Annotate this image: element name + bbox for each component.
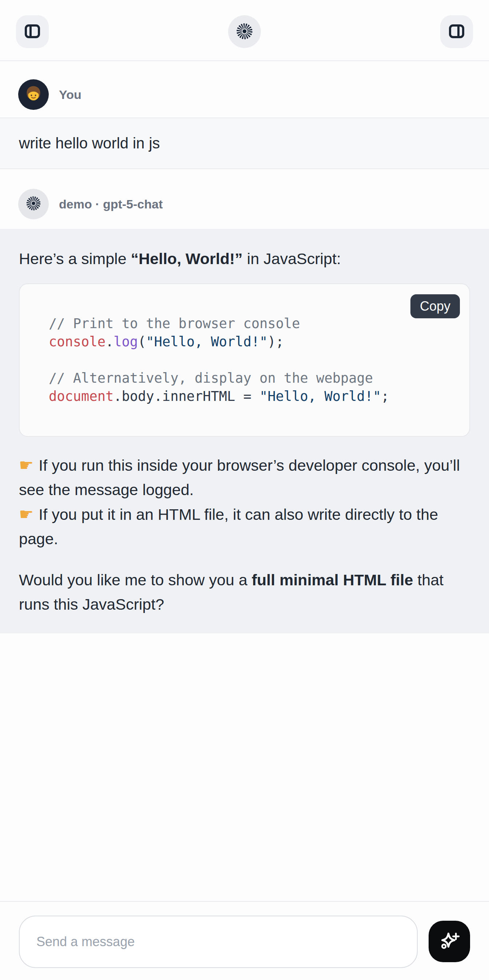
- code-line: document.body.innerHTML = "Hello, World!…: [49, 387, 440, 406]
- code-blank-line: [49, 351, 440, 369]
- intro-bold: “Hello, World!”: [131, 250, 243, 267]
- panel-right-icon: [448, 22, 465, 41]
- intro-pre: Here’s a simple: [19, 250, 131, 267]
- brand-spinner-button[interactable]: [228, 15, 261, 48]
- starburst-icon: [25, 195, 42, 213]
- panel-left-icon: [24, 22, 41, 41]
- pointing-finger-icon: ☛: [19, 456, 33, 474]
- assistant-message: demo · gpt-5-chat Here’s a simple “Hello…: [0, 189, 489, 633]
- top-bar: [0, 0, 489, 61]
- user-avatar: [18, 79, 49, 110]
- user-message: You write hello world in js: [0, 79, 489, 169]
- person-emoji-icon: [24, 84, 43, 105]
- user-author-label: You: [59, 88, 81, 102]
- assistant-followups: ☛If you run this inside your browser’s d…: [19, 453, 470, 551]
- assistant-message-header: demo · gpt-5-chat: [0, 189, 489, 220]
- followup-line: ☛If you put it in an HTML file, it can a…: [19, 502, 470, 551]
- user-message-band: write hello world in js: [0, 118, 489, 169]
- question-bold: full minimal HTML file: [252, 571, 413, 589]
- code-content: // Print to the browser consoleconsole.l…: [20, 284, 469, 436]
- followup-line: ☛If you run this inside your browser’s d…: [19, 453, 470, 502]
- copy-code-button[interactable]: Copy: [410, 294, 460, 318]
- user-message-text: write hello world in js: [19, 135, 160, 152]
- toggle-left-sidebar-button[interactable]: [16, 15, 49, 48]
- assistant-intro: Here’s a simple “Hello, World!” in JavaS…: [19, 247, 470, 270]
- message-input[interactable]: [19, 916, 418, 968]
- composer-bar: [0, 901, 489, 980]
- code-block: Copy // Print to the browser consolecons…: [19, 283, 470, 437]
- assistant-model-label: demo · gpt-5-chat: [59, 197, 162, 212]
- code-comment: // Print to the browser console: [49, 315, 440, 333]
- followup-text: If you put it in an HTML file, it can al…: [19, 506, 438, 547]
- starburst-icon: [235, 22, 254, 42]
- assistant-avatar: [18, 189, 49, 220]
- pointing-finger-icon: ☛: [19, 505, 33, 523]
- assistant-message-band: Here’s a simple “Hello, World!” in JavaS…: [0, 229, 489, 633]
- user-message-header: You: [0, 79, 489, 110]
- question-pre: Would you like me to show you a: [19, 571, 252, 589]
- followup-text: If you run this inside your browser’s de…: [19, 457, 460, 498]
- sparkle-icon: [438, 930, 460, 953]
- assistant-question: Would you like me to show you a full min…: [19, 568, 470, 626]
- code-line: console.log("Hello, World!");: [49, 333, 440, 351]
- toggle-right-panel-button[interactable]: [440, 15, 473, 48]
- chat-app: You write hello world in js demo · gpt-5…: [0, 0, 489, 633]
- code-comment: // Alternatively, display on the webpage: [49, 369, 440, 387]
- intro-post: in JavaScript:: [243, 250, 341, 267]
- send-button[interactable]: [428, 921, 470, 962]
